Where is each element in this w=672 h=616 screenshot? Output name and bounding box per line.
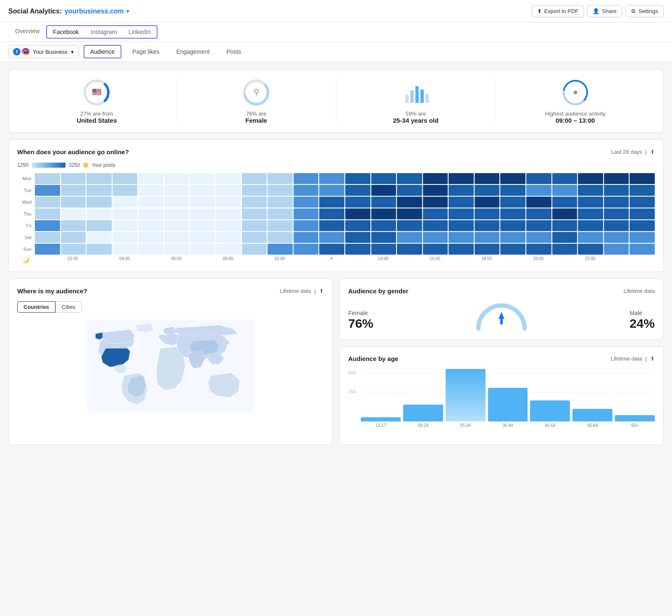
heatmap-cell [526,220,551,231]
heatmap-cell [630,173,655,184]
heatmap-x-time-label: 16:00 [422,256,448,263]
heatmap-cell [294,197,319,208]
heatmap-cell [138,197,163,208]
heatmap-header: When does your audience go online? Last … [17,148,655,155]
heatmap-cell [371,220,396,231]
sub-tab-posts[interactable]: Posts [220,46,247,58]
heatmap-cell [475,244,500,255]
heatmap-cell [423,208,448,219]
right-sections: Audience by gender Lifetime data Female … [339,279,664,445]
age-upload-icon[interactable]: ⬆ [650,355,655,362]
gender-value: Female [177,117,336,124]
sub-tab-audience[interactable]: Audience [84,45,121,58]
heatmap-cell [423,185,448,196]
age-bar [446,369,486,421]
heatmap-cell [397,220,422,231]
heatmap-cell [319,244,344,255]
svg-rect-7 [410,90,414,103]
heatmap-cell [526,244,551,255]
age-title: Audience by age [348,355,398,362]
heatmap-cell [113,197,138,208]
divider: | [646,149,647,155]
main-content: 🇺🇸 27% are from United States ⚲ 76% are … [0,62,672,452]
heatmap-cell [87,232,112,243]
heatmap-cell [61,173,86,184]
settings-icon: ⚙ [631,8,636,14]
nav-instagram[interactable]: Instagram [85,26,123,38]
heatmap-cell [578,232,603,243]
heatmap-cell [164,220,189,231]
heatmap-x-empty [344,256,370,263]
heatmap-legend: 1250 3250 Your posts [17,162,655,168]
heatmap-cell [35,185,60,196]
share-button[interactable]: 👤 Share [587,5,622,17]
age-bar-label: 35-44 [502,423,513,428]
heatmap-cell [61,232,86,243]
nav-facebook[interactable]: Facebook [47,26,84,38]
heatmap-cell [35,173,60,184]
heatmap-cell [423,220,448,231]
heatmap-cell [319,185,344,196]
gender-arc-chart [474,301,529,331]
age-bar-group: 35-44 [488,369,528,428]
heatmap-cell [449,185,474,196]
heatmap-cell [216,232,241,243]
heatmap-cell [242,232,267,243]
sun-icon: ☀ [318,256,344,263]
heatmap-cell [61,197,86,208]
heatmap-grid: MonTueWedThuFriSatSun [17,173,655,255]
nav-overview[interactable]: Overview [8,23,46,41]
heatmap-cell [630,244,655,255]
heatmap-cell [449,220,474,231]
heatmap-cell [526,208,551,219]
heatmap-cell [475,232,500,243]
sub-tab-page-likes[interactable]: Page likes [126,46,165,58]
app-title: Social Analytics: [8,8,62,15]
heatmap-x-empty [603,256,629,263]
heatmap-upload-icon[interactable]: ⬆ [650,149,655,155]
gender-display: Female 76% [348,301,655,331]
heatmap-x-time-label: 22:00 [577,256,603,263]
social-nav-group: Facebook Instagram LinkedIn [46,25,158,39]
heatmap-cell [242,197,267,208]
heatmap-cell [113,173,138,184]
heatmap-cell [604,244,629,255]
age-bar-label: 45-54 [545,423,556,428]
heatmap-x-empty [241,256,267,263]
heatmap-cell [630,208,655,219]
heatmap-cell [578,220,603,231]
heatmap-cell [423,173,448,184]
heatmap-cell [371,185,396,196]
legend-gradient [32,163,66,168]
heatmap-cell [578,197,603,208]
heatmap-cell [319,232,344,243]
map-upload-icon[interactable]: ⬆ [319,288,324,294]
tab-countries[interactable]: Countries [17,301,55,313]
male-label: Male [630,310,655,316]
age-period: Lifetime data [611,355,642,362]
page-selector[interactable]: f 📷 Your Business ▾ [8,45,79,58]
bottom-row: Where is my audience? Lifetime data | ⬆ … [8,279,664,445]
heatmap-cell [526,185,551,196]
heatmap-x-empty [396,256,422,263]
domain-link[interactable]: yourbusiness.com [64,8,123,15]
tab-cities[interactable]: Cities [55,301,82,313]
heatmap-x-empty [629,256,655,263]
app-title-area: Social Analytics: yourbusiness.com ▾ [8,8,129,15]
world-map [17,319,324,412]
heatmap-cell [216,185,241,196]
age-bar-label: 13-17 [375,423,386,428]
export-pdf-button[interactable]: ⬆ Export to PDF [532,5,584,17]
map-tabs: Countries Cities [17,301,324,313]
heatmap-x-empty [551,256,578,263]
settings-button[interactable]: ⚙ Settings [625,5,664,17]
sub-tab-engagement[interactable]: Engagement [171,46,215,58]
domain-chevron-icon[interactable]: ▾ [126,8,129,14]
heatmap-day-label: Wed [17,197,34,208]
nav-linkedin[interactable]: LinkedIn [123,26,157,38]
heatmap-cell [371,173,396,184]
heatmap-cell [604,173,629,184]
age-bar-label: 55-64 [587,423,598,428]
heatmap-cell [216,244,241,255]
heatmap-cell [190,208,215,219]
